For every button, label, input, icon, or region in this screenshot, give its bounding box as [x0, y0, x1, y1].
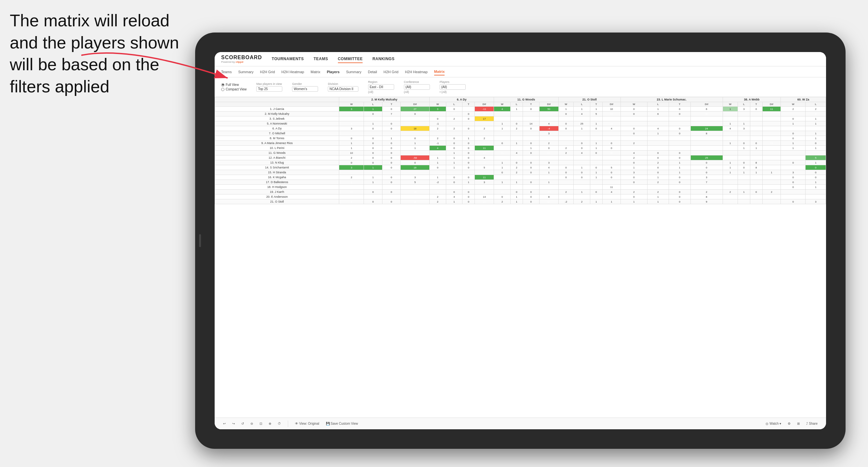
watch-icon: ◎: [766, 422, 769, 425]
sub-nav-matrix2[interactable]: Matrix: [434, 68, 444, 75]
nav-teams[interactable]: TEAMS: [313, 55, 328, 63]
col-header-mulcahy: 2. M Kelly Mulcahy: [339, 97, 429, 102]
sub-nav-matrix[interactable]: Matrix: [311, 69, 320, 75]
undo-redo-group: ↩ ↪ ↺ ⊖ ⊡ ⊕ ⏱: [221, 421, 283, 426]
table-row: 11. G Woods 100014 111014 114017 24020 4…: [215, 151, 826, 155]
table-row: 7. O Mitchell 3 0108 01: [215, 131, 826, 136]
save-icon: 💾: [326, 422, 330, 425]
bottom-toolbar: ↩ ↪ ↺ ⊖ ⊡ ⊕ ⏱ 👁 View: Original 💾 Save Cu…: [215, 417, 826, 429]
table-row: 12. A Bianchi 200-58 1104 20025 5: [215, 155, 826, 160]
table-row: 14. S Srichantamit 31018 0105 1204 0105 …: [215, 165, 826, 170]
table-row: 13. N Klug 0000 110-2 1003 0210 108 01: [215, 160, 826, 165]
players-filter: Players (All) • (All): [440, 80, 466, 94]
fit-button[interactable]: ⊡: [257, 421, 264, 426]
nav-committee[interactable]: COMMITTEE: [338, 55, 363, 63]
zoom-out-button[interactable]: ⊖: [248, 421, 255, 426]
zoom-in-button[interactable]: ⊕: [267, 421, 273, 426]
conference-label: Conference: [404, 80, 430, 84]
table-row: 17. D Ballesteros 3105 -2013 1101 0207 0…: [215, 180, 826, 185]
players-select[interactable]: (All): [440, 84, 466, 90]
share-label: Share: [809, 422, 817, 425]
matrix-table: 2. M Kelly Mulcahy 6. A Dy 11. G Woods 2…: [215, 97, 826, 204]
sub-nav-players[interactable]: Players: [327, 69, 340, 75]
sub-col-d1: Dif: [401, 102, 429, 107]
gender-select[interactable]: Women's: [292, 86, 318, 92]
table-row: 6. A Dy 30018 2202 120-4 0104 04024 43: [215, 126, 826, 131]
division-select[interactable]: NCAA Division II: [328, 86, 358, 92]
clock-button[interactable]: ⏱: [276, 421, 283, 426]
nav-rankings[interactable]: RANKINGS: [372, 55, 395, 63]
sub-nav-detail[interactable]: Detail: [368, 69, 377, 75]
table-row: 15. H Stranda 0201 0010 3010 1111 30: [215, 170, 826, 175]
save-custom-button[interactable]: 💾 Save Custom View: [324, 421, 360, 426]
toolbar-separator: [288, 421, 288, 427]
watch-label: Watch: [770, 422, 779, 425]
undo-button[interactable]: ↩: [221, 421, 228, 426]
refresh-button[interactable]: ↺: [239, 421, 246, 426]
table-row: 18. H Hodgson 11 01: [215, 185, 826, 190]
col-header-dy: 6. A Dy: [429, 97, 494, 102]
division-label: Division: [328, 82, 358, 86]
redo-button[interactable]: ↪: [230, 421, 237, 426]
table-row: 5. A Nomrowski 310-11 -1 10144 025111 11…: [215, 121, 826, 126]
gender-label: Gender: [292, 82, 318, 86]
table-row: 19. J Karrh 310018 400-20 1300-51 2104 2…: [215, 190, 826, 194]
table-row: 9. A Maria Jimenez Rios 1001 -100-7 0102…: [215, 141, 826, 146]
col-header-webb: 38. A Webb: [723, 97, 781, 102]
tablet-screen: SCOREBOARD Powered by clippd TOURNAMENTS…: [215, 52, 826, 429]
gender-filter: Gender Women's: [292, 82, 318, 92]
players-label: Players: [440, 80, 466, 84]
sub-nav-summary2[interactable]: Summary: [346, 69, 361, 75]
annotation-arrow: [65, 39, 293, 104]
watch-button[interactable]: ◎ Watch ▾: [764, 421, 783, 426]
table-row: 1. J Garcia 31027 30-11 41050 11110 0106…: [215, 107, 826, 112]
share-icon: ⤴: [806, 422, 808, 425]
division-filter: Division NCAA Division II: [328, 82, 358, 92]
grid-button[interactable]: ⊞: [795, 421, 802, 426]
region-label: Region: [368, 80, 394, 84]
sub-col-t1: T: [382, 102, 401, 107]
player-name: 2. M Kelly Mulcahy: [215, 112, 339, 117]
view-original-label: View: Original: [299, 422, 319, 425]
watch-chevron: ▾: [779, 422, 781, 425]
conference-select[interactable]: (All): [404, 84, 430, 90]
conference-filter: Conference (All) (All): [404, 80, 430, 94]
matrix-area[interactable]: 2. M Kelly Mulcahy 6. A Dy 11. G Woods 2…: [215, 97, 826, 417]
sub-nav-h2h-heatmap2[interactable]: H2H Heatmap: [405, 69, 428, 75]
table-row: 20. E Andersson 24014 0108 0108: [215, 194, 826, 199]
sub-nav: Teams Summary H2H Grid H2H Heatmap Matri…: [215, 66, 826, 77]
share-button[interactable]: ⤴ Share: [804, 421, 819, 426]
region-filter: Region East - DII (All): [368, 80, 394, 94]
tablet-frame: SCOREBOARD Powered by clippd TOURNAMENTS…: [195, 33, 845, 449]
table-row: 2. M Kelly Mulcahy 070 4010050 04545 060…: [215, 112, 826, 117]
filters-bar: Full View Compact View Max players in vi…: [215, 77, 826, 97]
sub-col-w1: W: [339, 102, 364, 107]
table-row: 16. K Mcgaha 2103 10011 0010 0103 00: [215, 175, 826, 180]
table-row: 3. S Jelinek 02017 01: [215, 117, 826, 121]
view-original-button[interactable]: 👁 View: Original: [293, 421, 321, 426]
watch-share-group: ◎ Watch ▾ ⚙ ⊞ ⤴ Share: [764, 421, 819, 426]
sub-nav-h2h-grid2[interactable]: H2H Grid: [383, 69, 398, 75]
col-header-stoll: 21. O Stoll: [558, 97, 621, 102]
eye-icon: 👁: [295, 422, 298, 425]
sub-col-l1: L: [364, 102, 382, 107]
table-row: 21. O Stoll 40031 21014 21010 -2211 1109…: [215, 199, 826, 204]
region-select[interactable]: East - DII: [368, 84, 394, 90]
table-row: 10. L Perini 1001 40011 10 2010 11 11: [215, 146, 826, 151]
table-row: 8. M Torres 0010 2012 01: [215, 136, 826, 141]
col-header-woods: 11. G Woods: [494, 97, 558, 102]
col-header-za: 60. W Za: [781, 97, 826, 102]
tablet-camera-button: [199, 234, 201, 247]
col-header-schumac: 23. L Marie Schumac.: [621, 97, 723, 102]
save-custom-label: Save Custom View: [331, 422, 358, 425]
settings-button[interactable]: ⚙: [786, 421, 793, 426]
view-group: 👁 View: Original 💾 Save Custom View: [293, 421, 360, 426]
top-nav: SCOREBOARD Powered by clippd TOURNAMENTS…: [215, 52, 826, 66]
player-name: 1. J Garcia: [215, 107, 339, 112]
